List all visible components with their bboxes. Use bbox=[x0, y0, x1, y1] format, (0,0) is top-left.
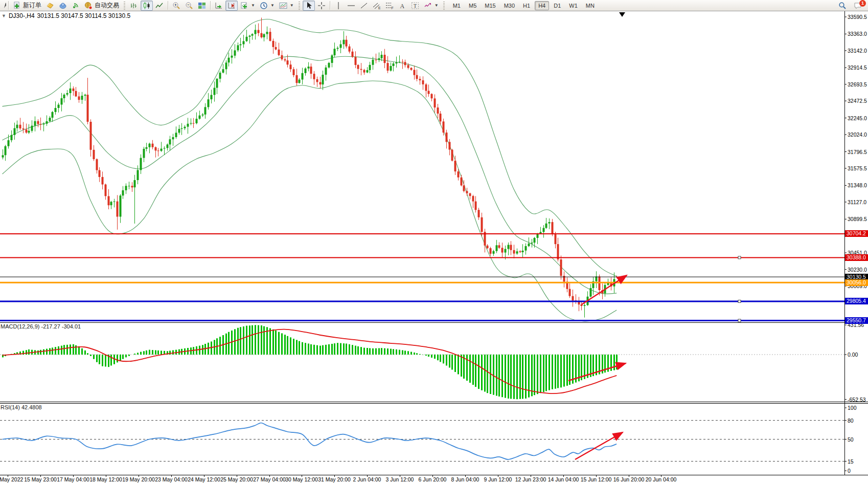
main-chart-layer bbox=[2, 18, 618, 322]
line-chart-button[interactable] bbox=[153, 1, 166, 11]
price-tag-30056.0: 30056.0 bbox=[845, 279, 868, 286]
time-axis-label: 2 Jun 04:00 bbox=[353, 476, 381, 482]
axis-tick-label: 33142.0 bbox=[848, 48, 868, 54]
time-axis-label: 13 May 2022 bbox=[0, 476, 23, 482]
time-axis-label: 18 May 12:00 bbox=[89, 476, 122, 482]
axis-tick-label: -652.53 bbox=[848, 397, 868, 403]
candlestick-chart-icon bbox=[143, 2, 151, 10]
line-handle[interactable] bbox=[738, 256, 741, 259]
ohlc-values: 30131.5 30147.5 30114.5 30130.5 bbox=[37, 12, 131, 19]
shapes-button[interactable]: ▼ bbox=[422, 1, 441, 11]
templates-button[interactable]: ▼ bbox=[277, 1, 296, 11]
chevron-down-icon: ▼ bbox=[435, 3, 439, 8]
toolbar-separator bbox=[8, 1, 9, 10]
timeframe-h1[interactable]: H1 bbox=[519, 1, 534, 10]
axis-tick-label: 31575.5 bbox=[848, 165, 868, 171]
chart-shift-icon bbox=[227, 2, 236, 10]
bar-chart-icon bbox=[130, 2, 138, 10]
chart-shift-button[interactable] bbox=[225, 1, 238, 11]
axis-tick-label: 30899.5 bbox=[848, 216, 868, 222]
one-click-trading-arrow[interactable]: ▼ bbox=[2, 13, 6, 18]
tile-windows-button[interactable] bbox=[196, 1, 208, 11]
line-handle[interactable] bbox=[738, 300, 741, 303]
text-button[interactable]: A bbox=[396, 1, 408, 11]
bar-chart-button[interactable] bbox=[128, 1, 140, 11]
toolbar-grip bbox=[124, 2, 125, 10]
time-axis-label: 12 Jun 23:00 bbox=[515, 476, 546, 482]
timeframe-m1[interactable]: M1 bbox=[449, 1, 464, 10]
timeframe-m30[interactable]: M30 bbox=[500, 1, 518, 10]
timeframe-group: M1M5M15M30H1H4D1W1MN bbox=[447, 1, 600, 10]
price-chart-canvas[interactable] bbox=[0, 0, 868, 483]
community-button[interactable] bbox=[57, 1, 69, 11]
chevron-down-icon: ▼ bbox=[270, 3, 275, 8]
axis-tick-label: 50 bbox=[848, 436, 868, 443]
clock-icon bbox=[260, 2, 268, 10]
trend-arrow-1[interactable] bbox=[582, 275, 627, 304]
svg-text:T: T bbox=[414, 3, 417, 9]
axis-tick-label: 31796.5 bbox=[848, 149, 868, 155]
vertical-line-button[interactable] bbox=[332, 1, 345, 11]
signals-button[interactable] bbox=[70, 1, 82, 11]
price-tag-30704.2: 30704.2 bbox=[845, 230, 868, 237]
trendline-icon bbox=[360, 2, 368, 10]
periods-button[interactable]: ▼ bbox=[258, 1, 277, 11]
time-axis-label: 27 May 04:00 bbox=[253, 476, 286, 482]
new-order-label: 新订单 bbox=[23, 1, 41, 10]
price-tag-29550.7: 29550.7 bbox=[845, 317, 868, 324]
zoom-out-button[interactable] bbox=[183, 1, 195, 11]
horizontal-line-button[interactable] bbox=[345, 1, 357, 11]
new-order-button[interactable]: 新订单 bbox=[11, 1, 43, 11]
cursor-button[interactable] bbox=[303, 1, 315, 11]
rsi-layer bbox=[0, 421, 844, 462]
axis-tick-label: 15 bbox=[848, 458, 868, 465]
auto-scroll-icon bbox=[215, 2, 223, 10]
time-axis-label: 20 Jun 04:00 bbox=[646, 476, 677, 482]
timeframe-m5[interactable]: M5 bbox=[465, 1, 480, 10]
add-indicator-icon bbox=[240, 2, 248, 10]
timeframe-d1[interactable]: D1 bbox=[550, 1, 564, 10]
axis-tick-label: 0.00 bbox=[848, 352, 868, 358]
mt4-trading-platform: { "toolbar": { "new_order_label": "新订单",… bbox=[0, 0, 868, 483]
axis-tick-label: 100 bbox=[848, 405, 868, 411]
time-axis-label: 17 May 04:00 bbox=[57, 476, 89, 482]
zoom-in-button[interactable] bbox=[170, 1, 182, 11]
auto-trading-button[interactable]: 自动交易 bbox=[82, 1, 121, 11]
timeframe-w1[interactable]: W1 bbox=[565, 1, 581, 10]
trend-arrow-3[interactable] bbox=[575, 432, 623, 459]
axis-tick-label: 31127.0 bbox=[848, 199, 868, 205]
text-label-button[interactable]: T bbox=[409, 1, 421, 11]
arrows-shapes-icon bbox=[424, 2, 432, 10]
timeframe-m15[interactable]: M15 bbox=[481, 1, 499, 10]
chart-shift-marker[interactable] bbox=[619, 12, 625, 17]
clipped-toolbar-icon[interactable] bbox=[1, 2, 6, 10]
toolbar: 新订单 自动交易 ▼ ▼ ▼ E F A T ▼ M1M5M15M30H1H4D… bbox=[0, 0, 868, 11]
equidistant-channel-button[interactable]: E bbox=[371, 1, 383, 11]
crosshair-button[interactable] bbox=[315, 1, 328, 11]
line-handle[interactable] bbox=[738, 319, 741, 322]
notifications-button[interactable]: 1 bbox=[852, 1, 864, 11]
auto-scroll-button[interactable] bbox=[213, 1, 225, 11]
time-axis-label: 30 May 12:00 bbox=[285, 476, 318, 482]
candlestick-chart-button[interactable] bbox=[141, 1, 153, 11]
chart-profile-button[interactable] bbox=[44, 1, 56, 11]
fibonacci-button[interactable]: F bbox=[383, 1, 396, 11]
indicators-button[interactable]: ▼ bbox=[238, 1, 257, 11]
timeframe-mn[interactable]: MN bbox=[582, 1, 598, 10]
bollinger-middle-band bbox=[3, 56, 617, 294]
time-axis-label: 8 Jun 04:00 bbox=[451, 476, 479, 482]
macd-indicator-label: MACD(12,26,9) -217.27 -304.01 bbox=[1, 323, 81, 330]
time-axis-label: 14 Jun 04:00 bbox=[548, 476, 579, 482]
svg-text:A: A bbox=[400, 2, 404, 9]
timeframe-h4[interactable]: H4 bbox=[535, 1, 549, 10]
time-axis-label: 25 May 20:00 bbox=[220, 476, 253, 482]
trendline-button[interactable] bbox=[358, 1, 370, 11]
notification-badge: 1 bbox=[859, 0, 866, 7]
chevron-down-icon: ▼ bbox=[251, 3, 255, 8]
bollinger-upper-band bbox=[3, 19, 617, 276]
price-tag-29805.4: 29805.4 bbox=[845, 298, 868, 304]
new-order-icon bbox=[13, 2, 21, 10]
search-button[interactable] bbox=[836, 1, 849, 11]
globe-icon bbox=[84, 2, 93, 10]
fibonacci-icon: F bbox=[385, 2, 394, 10]
